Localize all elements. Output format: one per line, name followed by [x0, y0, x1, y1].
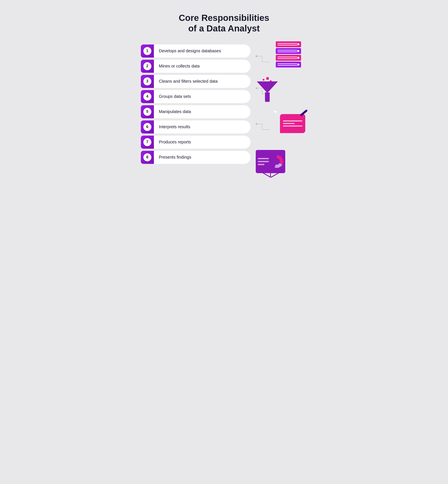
responsibilities-list: 1 Develops and designs databases 2 Mines… [141, 45, 250, 164]
number-circle-8: 8 [143, 153, 151, 161]
svg-point-2 [256, 123, 257, 125]
page-title: Core Responsibilities of a Data Analyst [141, 13, 307, 34]
list-item-6: 6 Interprets results [141, 121, 250, 134]
list-item-1: 1 Develops and designs databases [141, 45, 250, 57]
svg-point-0 [256, 55, 257, 57]
content-area: 1 Develops and designs databases 2 Mines… [141, 45, 307, 192]
number-circle-1: 1 [143, 47, 151, 55]
item-text-1: Develops and designs databases [154, 45, 250, 57]
number-circle-4: 4 [143, 93, 151, 101]
list-item-2: 2 Mines or collects data [141, 60, 250, 73]
number-badge-4: 4 [141, 90, 154, 103]
item-text-6: Interprets results [154, 121, 250, 134]
icons-section [255, 45, 307, 192]
number-badge-3: 3 [141, 75, 154, 88]
item-text-8: Presents findings [154, 151, 250, 164]
number-badge-6: 6 [141, 121, 154, 134]
document-edit-icon [280, 114, 305, 135]
number-badge-5: 5 [141, 105, 154, 118]
list-item-5: 5 Manipulates data [141, 105, 250, 118]
number-circle-3: 3 [143, 77, 151, 85]
list-item-3: 3 Cleans and filters selected data [141, 75, 250, 88]
number-circle-7: 7 [143, 138, 151, 146]
list-item-7: 7 Produces reports [141, 136, 250, 149]
number-circle-2: 2 [143, 62, 151, 70]
database-icon [276, 41, 303, 69]
number-badge-2: 2 [141, 60, 154, 73]
page-container: Core Responsibilities of a Data Analyst … [135, 4, 314, 203]
item-text-3: Cleans and filters selected data [154, 75, 250, 88]
number-badge-7: 7 [141, 136, 154, 149]
filter-funnel-icon [257, 77, 278, 103]
item-text-7: Produces reports [154, 136, 250, 149]
number-circle-5: 5 [143, 108, 151, 116]
item-text-4: Groups data sets [154, 90, 250, 103]
number-badge-8: 8 [141, 151, 154, 164]
item-text-5: Manipulates data [154, 105, 250, 118]
presentation-board-icon [256, 150, 285, 184]
list-item-4: 4 Groups data sets [141, 90, 250, 103]
number-circle-6: 6 [143, 123, 151, 131]
number-badge-1: 1 [141, 45, 154, 57]
item-text-2: Mines or collects data [154, 60, 250, 73]
list-item-8: 8 Presents findings [141, 151, 250, 164]
